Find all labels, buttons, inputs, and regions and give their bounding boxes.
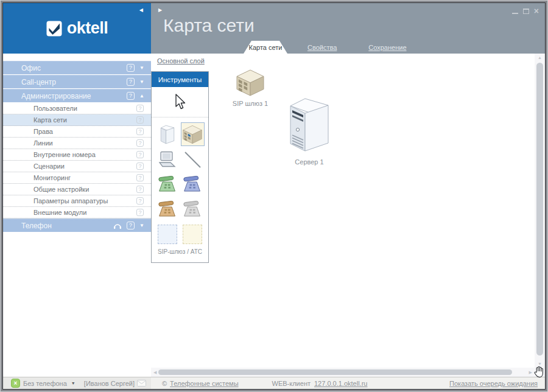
envelope-icon[interactable]	[137, 380, 146, 387]
brand-panel: oktell ◀	[3, 3, 151, 54]
show-waiting-queue-link[interactable]: Показать очередь ожидания	[449, 380, 538, 387]
tool-phone-green[interactable]	[155, 172, 179, 196]
tool-selection-cursor[interactable]	[152, 87, 208, 117]
chevron-down-icon[interactable]: ▼	[139, 223, 144, 229]
sidebar-item-administration[interactable]: Администрирование ? ▲	[3, 89, 151, 102]
close-button[interactable]: ×	[534, 7, 539, 15]
tool-sip-gateway[interactable]	[181, 122, 205, 146]
sidebar-item-internal-numbers[interactable]: Внутренние номера ?	[3, 149, 151, 161]
selected-tool-caption: SIP-шлюз / АТС	[152, 248, 208, 262]
sidebar-item-office[interactable]: Офис ? ▼	[3, 61, 151, 74]
phone-green-icon	[158, 175, 177, 193]
help-icon[interactable]: ?	[136, 151, 144, 158]
sidebar-item-telephone[interactable]: Телефон ? ▼	[3, 219, 151, 232]
sidebar-item-users[interactable]: Пользователи ?	[3, 103, 151, 114]
help-icon[interactable]: ?	[127, 64, 135, 72]
phone-status-label[interactable]: Без телефона	[23, 380, 67, 387]
tab-bar: Карта сети Свойства Сохранение	[151, 41, 545, 54]
sidebar-item-network-map[interactable]: Карта сети ?	[3, 114, 151, 126]
server-icon	[160, 124, 175, 145]
web-client-host-link[interactable]: 127.0.0.1.oktell.ru	[314, 380, 367, 387]
chevron-up-icon[interactable]: ▲	[139, 93, 144, 99]
sidebar-item-lines[interactable]: Линии ?	[3, 138, 151, 149]
help-icon[interactable]: ?	[136, 128, 144, 135]
help-icon[interactable]: ?	[136, 139, 144, 147]
tool-workstation[interactable]	[155, 147, 179, 171]
phone-orange-icon	[158, 200, 177, 218]
sidebar-item-external-modules[interactable]: Внешние модули ?	[3, 207, 151, 219]
sidebar-item-scenarios[interactable]: Сценарии ?	[3, 161, 151, 172]
sidebar-item-label: Телефон	[21, 222, 52, 230]
sidebar-item-label: Call-центр	[21, 78, 56, 86]
title-panel: ▶ Карта сети × Карта сети Свойства Сохра…	[151, 3, 545, 54]
help-icon[interactable]: ?	[127, 222, 135, 229]
tools-palette-title: Инструменты	[152, 72, 208, 87]
phone-gray-icon	[183, 200, 202, 218]
scroll-left-icon[interactable]: ◀	[153, 370, 156, 375]
tool-server[interactable]	[155, 122, 179, 146]
oktell-logo: oktell	[46, 19, 108, 38]
chevron-down-icon[interactable]: ▼	[139, 65, 144, 71]
sidebar-item-label: Сценарии	[33, 163, 65, 170]
node-server[interactable]: Сервер 1	[286, 95, 333, 166]
help-icon[interactable]: ?	[136, 186, 144, 193]
current-user: [Иванов Сергей]	[84, 380, 135, 387]
header: oktell ◀ ▶ Карта сети × Карта сети Свойс…	[3, 3, 545, 54]
help-icon[interactable]: ?	[127, 92, 135, 100]
sidebar-item-callcenter[interactable]: Call-центр ? ▼	[3, 75, 151, 88]
sidebar-item-label: Администрирование	[21, 92, 91, 100]
vertical-scrollbar[interactable]: ▲ ▼	[535, 54, 545, 368]
tool-zone-yellow[interactable]	[181, 222, 205, 246]
tab-properties[interactable]: Свойства	[307, 41, 337, 54]
help-icon[interactable]: ?	[136, 163, 144, 170]
help-icon[interactable]: ?	[136, 174, 144, 181]
sidebar-item-label: Параметры аппаратуры	[33, 197, 108, 205]
phone-status-dropdown-icon[interactable]: ▼	[71, 381, 76, 385]
tool-phone-gray[interactable]	[181, 197, 205, 221]
line-icon	[183, 150, 202, 169]
copyright-sign: ©	[162, 380, 167, 387]
app-window: oktell ◀ ▶ Карта сети × Карта сети Свойс…	[0, 0, 548, 392]
status-bar-left: × Без телефона ▼ [Иванов Сергей]	[3, 377, 151, 389]
tab-network-map[interactable]: Карта сети	[244, 41, 287, 54]
sidebar-item-general-settings[interactable]: Общие настройки ?	[3, 184, 151, 195]
help-icon[interactable]: ?	[136, 105, 144, 112]
scroll-up-icon[interactable]: ▲	[538, 55, 542, 60]
help-icon[interactable]: ?	[136, 116, 144, 124]
status-bar: × Без телефона ▼ [Иванов Сергей] © Телеф…	[3, 377, 545, 389]
node-sip-gateway[interactable]: SIP шлюз 1	[230, 69, 270, 107]
tab-saving[interactable]: Сохранение	[368, 41, 406, 54]
tool-connection-line[interactable]	[181, 147, 205, 171]
scroll-right-icon[interactable]: ▶	[529, 370, 532, 375]
collapse-sidebar-icon[interactable]: ◀	[139, 7, 143, 13]
sidebar-item-monitoring[interactable]: Мониторинг ?	[3, 172, 151, 184]
horizontal-scrollbar[interactable]: ◀ ▶	[151, 368, 535, 377]
tool-zone-blue[interactable]	[155, 222, 179, 246]
maximize-button[interactable]	[523, 9, 529, 14]
node-label: SIP шлюз 1	[230, 100, 270, 107]
sidebar-item-label: Карта сети	[33, 116, 67, 124]
phone-status-icon[interactable]: ×	[11, 379, 20, 388]
tool-phone-blue[interactable]	[181, 172, 205, 196]
vertical-scroll-thumb[interactable]	[536, 63, 543, 355]
minimize-button[interactable]	[512, 8, 518, 14]
sidebar-item-label: Мониторинг	[33, 174, 71, 181]
help-icon[interactable]: ?	[136, 209, 144, 216]
help-icon[interactable]: ?	[127, 78, 135, 86]
sidebar-item-label: Линии	[33, 139, 53, 147]
network-map-canvas[interactable]: Основной слой Инструменты	[151, 54, 545, 377]
web-client-label: WEB-клиент	[272, 380, 311, 387]
base-layer-link[interactable]: Основной слой	[157, 57, 205, 65]
horizontal-scroll-thumb[interactable]	[158, 369, 512, 375]
sidebar-item-label: Общие настройки	[33, 186, 89, 193]
tool-phone-orange[interactable]	[155, 197, 179, 221]
chevron-down-icon[interactable]: ▼	[139, 79, 144, 85]
page-title: Карта сети	[163, 15, 255, 36]
brand-name: oktell	[67, 19, 108, 38]
expand-panel-icon[interactable]: ▶	[158, 7, 162, 13]
sidebar-item-rights[interactable]: Права ?	[3, 126, 151, 138]
server-icon	[289, 95, 329, 155]
sidebar-item-hardware-params[interactable]: Параметры аппаратуры ?	[3, 195, 151, 207]
company-link[interactable]: Телефонные системы	[170, 380, 238, 387]
help-icon[interactable]: ?	[136, 197, 144, 205]
